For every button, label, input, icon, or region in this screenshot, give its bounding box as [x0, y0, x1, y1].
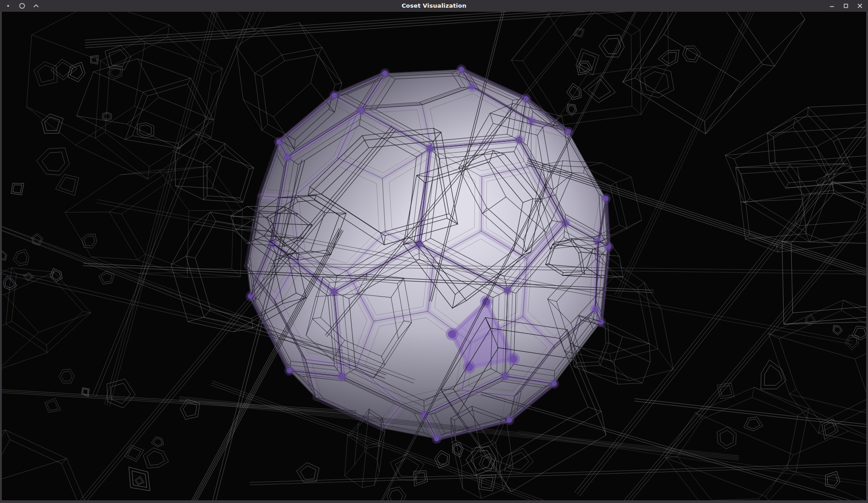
viewport-frame [0, 12, 868, 503]
titlebar-left-buttons [0, 3, 39, 9]
chevron-up-icon[interactable] [33, 3, 39, 9]
viewport-canvas[interactable] [2, 12, 866, 500]
dot-icon[interactable] [5, 3, 11, 9]
close-button[interactable] [857, 3, 863, 9]
window-controls [829, 0, 863, 12]
circle-icon[interactable] [19, 3, 25, 9]
app-window: Coset Visualization [0, 0, 868, 503]
minimize-button[interactable] [829, 3, 835, 9]
window-title: Coset Visualization [0, 0, 868, 12]
titlebar: Coset Visualization [0, 0, 868, 12]
maximize-button[interactable] [843, 3, 849, 9]
